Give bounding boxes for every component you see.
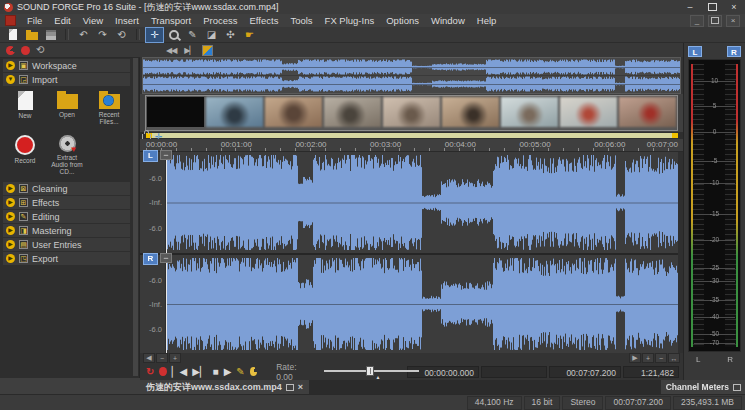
right-channel-minimize-button[interactable]: − bbox=[160, 253, 172, 263]
record-icon[interactable] bbox=[21, 46, 30, 55]
rate-slider[interactable]: ▲ bbox=[324, 366, 402, 377]
selection-bar[interactable] bbox=[146, 133, 678, 138]
float-meters-icon[interactable] bbox=[733, 384, 741, 391]
selection-blank-field[interactable] bbox=[481, 366, 547, 378]
menu-window[interactable]: Window bbox=[425, 14, 471, 27]
menu-file[interactable]: File bbox=[21, 14, 48, 27]
left-channel-minimize-button[interactable]: − bbox=[160, 150, 172, 160]
menu-insert[interactable]: Insert bbox=[109, 14, 145, 27]
section-expand-icon[interactable]: ▶ bbox=[6, 198, 15, 207]
import-action-label: Extract Audio from CD... bbox=[48, 154, 86, 175]
save-file-button[interactable] bbox=[42, 28, 59, 42]
redo-button[interactable]: ↷ bbox=[94, 28, 111, 42]
undo-button[interactable]: ↶ bbox=[75, 28, 92, 42]
menu-edit[interactable]: Edit bbox=[48, 14, 76, 27]
envelope-tool-button[interactable]: ◪ bbox=[203, 28, 220, 42]
magnify-tool-button[interactable] bbox=[165, 28, 182, 42]
maximize-button[interactable] bbox=[701, 0, 723, 14]
new-file-button[interactable] bbox=[4, 28, 21, 42]
meter-left-button[interactable]: L bbox=[688, 46, 702, 57]
go-to-start-icon[interactable]: ◀◀ bbox=[166, 46, 176, 55]
open-file-button[interactable] bbox=[23, 28, 40, 42]
selection-handle-right[interactable] bbox=[672, 133, 678, 138]
restore-document-icon[interactable] bbox=[286, 384, 294, 391]
menu-tools[interactable]: Tools bbox=[284, 14, 318, 27]
event-tool-button[interactable]: ✣ bbox=[222, 28, 239, 42]
zoom-in-time-button[interactable]: + bbox=[169, 353, 181, 363]
overview-waveform-canvas[interactable] bbox=[143, 58, 680, 93]
video-strip[interactable] bbox=[140, 94, 683, 132]
sidebar-section-cleaning[interactable]: ▶⊠Cleaning bbox=[3, 182, 130, 195]
section-expand-icon[interactable]: ▶ bbox=[6, 226, 15, 235]
meter-right-button[interactable]: R bbox=[727, 46, 741, 57]
channel-meters-tab[interactable]: Channel Meters bbox=[661, 380, 745, 394]
close-document-icon[interactable]: × bbox=[298, 383, 303, 392]
import-action-recent-files[interactable]: Recent Files... bbox=[90, 91, 128, 131]
sidebar-scrollbar[interactable] bbox=[133, 58, 138, 376]
import-action-extract-audio-from-cd[interactable]: Extract Audio from CD... bbox=[48, 135, 86, 175]
selection-end-field[interactable]: 00:07:07.200 bbox=[549, 366, 621, 378]
sidebar-section-export[interactable]: ▶◳Export bbox=[3, 252, 130, 265]
stop-button[interactable]: ■ bbox=[213, 366, 219, 378]
menu-effects[interactable]: Effects bbox=[244, 14, 285, 27]
sidebar-section-mastering[interactable]: ▶◨Mastering bbox=[3, 224, 130, 237]
mdi-minimize-button[interactable]: _ bbox=[690, 15, 704, 27]
pencil-tool-button[interactable]: ✎ bbox=[184, 28, 201, 42]
record-arm-icon[interactable] bbox=[6, 46, 15, 55]
waveform-area[interactable]: L − -6.0 -Inf. -6.0 R − -6.0 -Inf. -6.0 bbox=[140, 152, 683, 353]
rate-slider-handle[interactable] bbox=[366, 366, 374, 376]
go-to-start-button[interactable]: ▏◀ bbox=[172, 366, 187, 378]
left-channel-waveform[interactable] bbox=[166, 152, 678, 253]
zoom-out-time-button[interactable]: − bbox=[156, 353, 168, 363]
record-button[interactable] bbox=[159, 367, 166, 376]
menu-fx-plug-ins[interactable]: FX Plug-Ins bbox=[319, 14, 381, 27]
zoom-out-level-button[interactable]: − bbox=[655, 353, 667, 363]
close-button[interactable]: × bbox=[723, 0, 745, 14]
menu-transport[interactable]: Transport bbox=[145, 14, 197, 27]
sidebar-section-editing[interactable]: ▶✎Editing bbox=[3, 210, 130, 223]
zoom-in-level-button[interactable]: + bbox=[642, 353, 654, 363]
play-plugin-chain-icon[interactable] bbox=[250, 367, 257, 376]
sidebar-section-user-entries[interactable]: ▶▤User Entries bbox=[3, 238, 130, 251]
left-channel-button[interactable]: L bbox=[143, 150, 158, 162]
menu-view[interactable]: View bbox=[77, 14, 109, 27]
refresh-icon[interactable]: ⟲ bbox=[36, 45, 44, 55]
repeat-button[interactable]: ⟲ bbox=[113, 28, 130, 42]
import-action-open[interactable]: Open bbox=[48, 91, 86, 131]
right-channel-waveform[interactable] bbox=[166, 255, 678, 353]
mdi-restore-button[interactable] bbox=[708, 15, 722, 27]
menu-help[interactable]: Help bbox=[471, 14, 503, 27]
scroll-left-button[interactable]: ◀ bbox=[143, 353, 155, 363]
overview-waveform[interactable] bbox=[142, 57, 681, 94]
section-expand-icon[interactable]: ▼ bbox=[6, 75, 15, 84]
section-expand-icon[interactable]: ▶ bbox=[6, 212, 15, 221]
menu-options[interactable]: Options bbox=[380, 14, 425, 27]
play-as-sample-icon[interactable]: ✎ bbox=[236, 366, 244, 377]
fit-button[interactable]: ↔ bbox=[668, 353, 680, 363]
document-tab[interactable]: 伤速的安详www.ssdax.com.mp4 × bbox=[140, 380, 309, 394]
right-channel-button[interactable]: R bbox=[143, 253, 158, 265]
section-expand-icon[interactable]: ▶ bbox=[6, 184, 15, 193]
mdi-close-button[interactable]: × bbox=[726, 15, 740, 27]
import-action-record[interactable]: Record bbox=[6, 135, 44, 175]
selection-bar-track[interactable] bbox=[140, 132, 683, 139]
sidebar-section-effects[interactable]: ▶⊞Effects bbox=[3, 196, 130, 209]
section-expand-icon[interactable]: ▶ bbox=[6, 240, 15, 249]
play-button[interactable]: ▶ bbox=[224, 366, 232, 378]
section-expand-icon[interactable]: ▶ bbox=[6, 254, 15, 263]
sidebar-section-import[interactable]: ▼◲Import bbox=[3, 73, 130, 86]
record-arm-button[interactable]: ↻ bbox=[146, 366, 154, 378]
menu-process[interactable]: Process bbox=[197, 14, 243, 27]
scroll-right-button[interactable]: ▶ bbox=[629, 353, 641, 363]
document-system-icon[interactable] bbox=[5, 15, 16, 26]
edit-tool-button[interactable]: ✛ bbox=[146, 28, 163, 42]
minimize-button[interactable]: – bbox=[679, 0, 701, 14]
go-to-end-icon[interactable]: ▶▏ bbox=[184, 46, 194, 55]
snap-icon[interactable] bbox=[203, 46, 212, 55]
go-to-end-button[interactable]: ▶▏ bbox=[192, 366, 207, 378]
section-expand-icon[interactable]: ▶ bbox=[6, 61, 15, 70]
touch-tool-button[interactable]: ☛ bbox=[241, 28, 258, 42]
time-ruler[interactable]: 00:00:0000:01:0000:02:0000:03:0000:04:00… bbox=[140, 139, 683, 152]
sidebar-section-workspace[interactable]: ▶▣Workspace bbox=[3, 59, 130, 72]
import-action-new[interactable]: New bbox=[6, 91, 44, 131]
